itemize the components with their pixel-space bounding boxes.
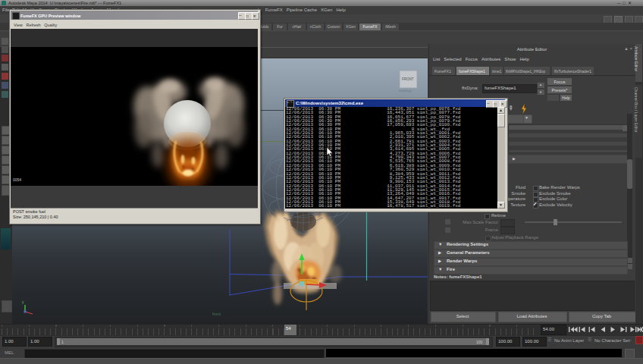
svg-text:FRONT: FRONT [402,77,414,81]
svg-text:front: front [212,312,221,316]
svg-text:y: y [22,300,24,304]
svg-text:frontShape: frontShape [399,89,412,93]
